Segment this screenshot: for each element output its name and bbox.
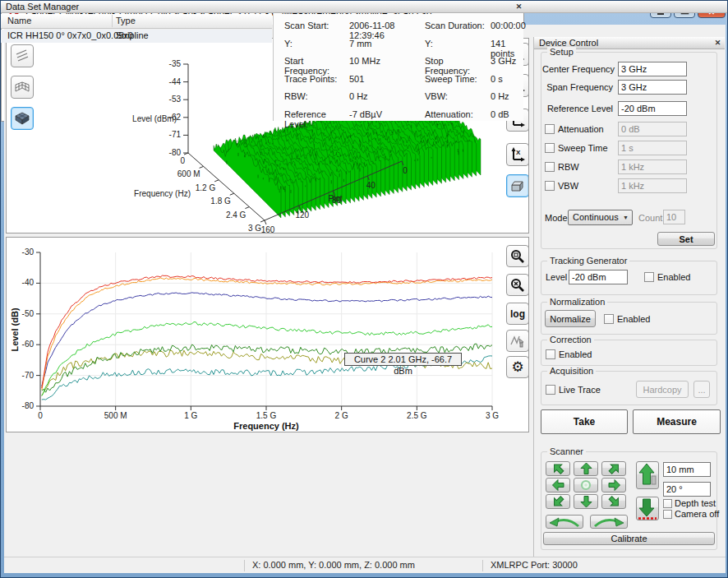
device-control-close-icon[interactable]: ✕: [712, 38, 723, 49]
hardcopy-more-button: ...: [693, 381, 710, 398]
column-header-name[interactable]: Name: [7, 16, 31, 25]
2d-plot-panel: -30-40-50-60-70-800500 M1 G1.5 G2 G2.5 G…: [6, 237, 529, 432]
svg-text:-44: -44: [169, 77, 182, 86]
dataset-row[interactable]: ICR HH150 0° 0x7x0_0x0.05x0 Stripline: [1, 30, 272, 43]
scan-info-label: Trace Points:: [284, 74, 349, 92]
data-set-manager-close-icon[interactable]: ✕: [514, 2, 524, 12]
rbw-checkbox[interactable]: [545, 162, 555, 172]
center-frequency-field[interactable]: [618, 62, 687, 76]
arrow-ne-icon: [604, 462, 624, 475]
attenuation-field: [618, 122, 687, 136]
move-up-left-button[interactable]: [546, 461, 570, 476]
mode-select[interactable]: Continuous ▼: [568, 210, 633, 225]
column-header-type[interactable]: Type: [116, 16, 136, 25]
normalization-enabled-label: Enabled: [617, 314, 650, 324]
acquisition-legend: Acquisition: [547, 366, 596, 376]
2d-line-chart: -30-40-50-60-70-800500 M1 G1.5 G2 G2.5 G…: [7, 238, 528, 432]
svg-text:1.5 G: 1.5 G: [256, 411, 277, 420]
svg-text:-71: -71: [169, 130, 182, 139]
zoom-region-button[interactable]: [506, 245, 529, 267]
svg-text:-80: -80: [169, 148, 182, 157]
plot-settings-button[interactable]: ⚙: [506, 356, 529, 378]
line-style-button[interactable]: [11, 44, 34, 67]
setup-legend: Setup: [547, 47, 576, 57]
camera-off-checkbox[interactable]: [663, 510, 672, 519]
wireframe-style-button[interactable]: [11, 76, 34, 99]
scan-info-label: Y:: [284, 39, 349, 57]
data-set-manager-titlebar: Data Set Manager ✕: [1, 1, 727, 13]
move-down-button[interactable]: [574, 494, 598, 509]
arrow-sw-icon: [548, 495, 569, 508]
vbw-checkbox[interactable]: [545, 181, 555, 191]
log-button-label: log: [510, 308, 525, 320]
reference-level-field[interactable]: [618, 101, 687, 116]
mode-value: Continuous: [573, 212, 619, 222]
svg-text:-35: -35: [169, 59, 182, 68]
rotate-ccw-icon: [547, 516, 582, 528]
sweep-time-checkbox[interactable]: [545, 143, 555, 153]
correction-enabled-checkbox[interactable]: [546, 349, 555, 359]
live-trace-label: Live Trace: [559, 385, 601, 395]
surface-style-button[interactable]: [11, 107, 34, 130]
move-right-button[interactable]: [601, 478, 626, 492]
depth-test-checkbox[interactable]: [663, 499, 672, 508]
step-size-field[interactable]: [663, 462, 711, 477]
svg-text:0: 0: [403, 166, 408, 175]
measure-button[interactable]: Measure: [633, 409, 721, 434]
position-status: X: 0.000 mm, Y: 0.000 mm, Z: 0.000 mm: [252, 560, 415, 570]
dataset-table-header: Name Type: [1, 14, 272, 29]
rotate-cw-icon: [592, 516, 626, 528]
tg-level-field[interactable]: [569, 270, 628, 284]
axis-x-view-button[interactable]: X: [506, 143, 529, 166]
tg-enabled-label: Enabled: [657, 272, 690, 282]
rotate-ccw-button[interactable]: [546, 515, 583, 529]
zoom-region-icon: [509, 248, 526, 265]
dataset-type-cell: Stripline: [116, 30, 149, 40]
span-frequency-field[interactable]: [618, 80, 687, 95]
move-up-right-button[interactable]: [601, 461, 626, 476]
move-down-left-button[interactable]: [546, 494, 570, 509]
rotate-cw-button[interactable]: [590, 515, 628, 529]
zoom-cancel-button[interactable]: [506, 274, 529, 296]
calibrate-button[interactable]: Calibrate: [543, 532, 715, 545]
scan-info-label: RBW:: [284, 91, 349, 109]
set-button[interactable]: Set: [657, 232, 715, 246]
svg-text:2.4 G: 2.4 G: [226, 210, 247, 220]
take-button[interactable]: Take: [541, 409, 628, 434]
tg-level-label: Level: [546, 272, 567, 282]
attenuation-checkbox[interactable]: [545, 124, 555, 134]
move-center-button[interactable]: [574, 478, 598, 492]
live-trace-checkbox[interactable]: [546, 385, 555, 395]
tracking-generator-legend: Tracking Generator: [547, 256, 629, 266]
move-up-button[interactable]: [574, 461, 598, 476]
svg-text:Frequency (Hz): Frequency (Hz): [134, 189, 191, 198]
move-down-right-button[interactable]: [601, 494, 626, 509]
tg-enabled-checkbox[interactable]: [644, 272, 654, 282]
angle-step-field[interactable]: [663, 482, 711, 497]
rbw-label: RBW: [558, 162, 579, 172]
normalization-enabled-checkbox[interactable]: [604, 314, 614, 324]
scan-info-value: 10 MHz: [349, 56, 425, 74]
log-scale-button[interactable]: log: [506, 303, 529, 325]
vbw-label: VBW: [558, 181, 578, 191]
scan-info-label: Stop Frequency:: [425, 56, 491, 74]
zoom-cancel-icon: [509, 277, 526, 294]
view-3d-icon: [509, 178, 526, 193]
move-left-button[interactable]: [546, 478, 570, 492]
view-3d-button[interactable]: [506, 174, 529, 197]
center-frequency-label: Center Frequency: [542, 64, 613, 74]
svg-text:160: 160: [261, 225, 275, 233]
probe-up-button[interactable]: [636, 461, 659, 489]
svg-text:600 M: 600 M: [177, 169, 200, 178]
normalize-button[interactable]: Normalize: [545, 310, 596, 327]
data-set-manager-title: Data Set Manager: [6, 2, 79, 12]
marker-pick-button[interactable]: [506, 330, 529, 352]
center-target-icon: [576, 479, 597, 492]
svg-text:Level (dBm): Level (dBm): [132, 114, 177, 123]
probe-down-button[interactable]: [636, 497, 659, 520]
depth-test-label: Depth test: [675, 498, 716, 508]
scan-info-value: 501: [349, 74, 425, 92]
svg-text:3 G: 3 G: [248, 224, 261, 233]
arrow-e-icon: [604, 479, 624, 492]
dataset-name-cell: ICR HH150 0° 0x7x0_0x0.05x0: [7, 30, 133, 40]
